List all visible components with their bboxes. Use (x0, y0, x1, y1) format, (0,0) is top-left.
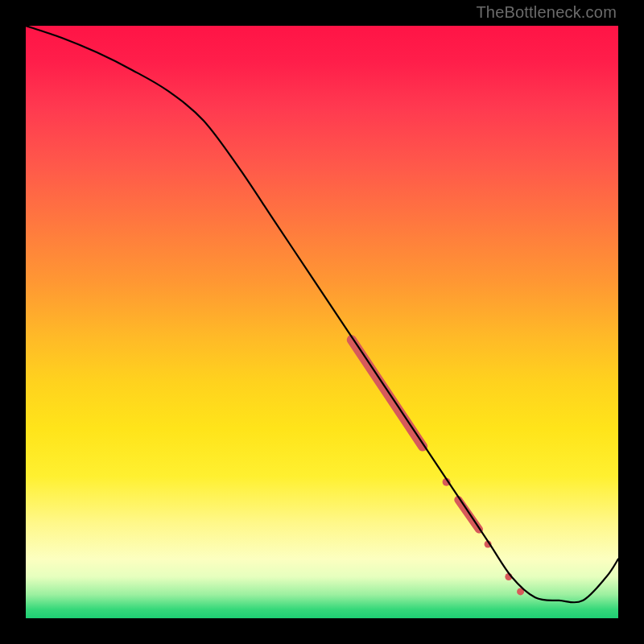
chart-frame: TheBottleneck.com (0, 0, 644, 644)
marker-segment (458, 500, 479, 530)
watermark-text: TheBottleneck.com (476, 3, 617, 22)
marker-segment (352, 340, 423, 446)
chart-svg (26, 26, 618, 618)
main-curve (26, 26, 618, 602)
plot-area (26, 26, 618, 618)
